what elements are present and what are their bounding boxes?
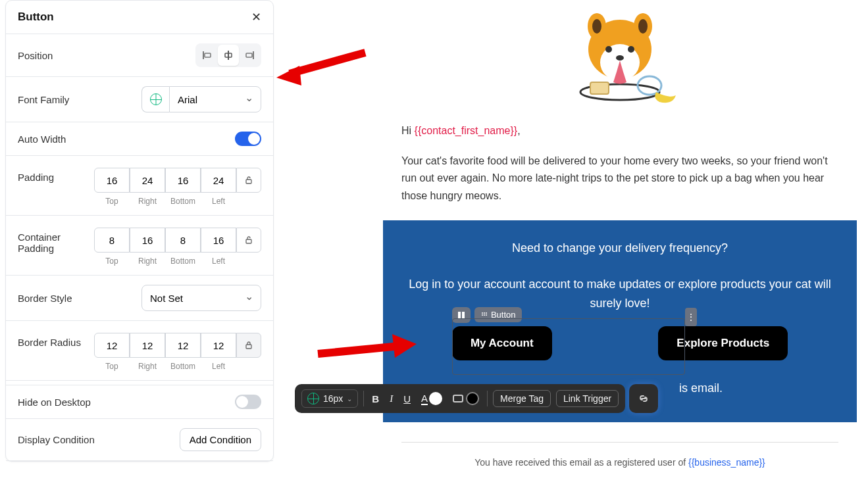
svg-rect-19 xyxy=(590,82,609,94)
border-style-row: Border Style xyxy=(6,276,273,321)
container-padding-bottom-input[interactable] xyxy=(165,228,201,253)
font-family-group xyxy=(141,86,261,112)
border-radius-right-input[interactable] xyxy=(130,333,165,358)
selection-outline: ⋮ xyxy=(452,318,685,375)
border-radius-left-input[interactable] xyxy=(201,333,236,358)
svg-point-15 xyxy=(638,19,648,34)
font-size-selector[interactable]: 16px ⌄ xyxy=(301,389,358,408)
link-trigger-button[interactable]: Link Trigger xyxy=(556,390,619,407)
body-paragraph: Your cat's favorite food will be deliver… xyxy=(401,153,838,205)
padding-right-input[interactable] xyxy=(130,168,165,193)
svg-marker-29 xyxy=(276,66,301,85)
border-radius-lock-button[interactable] xyxy=(236,333,261,358)
padding-left-input[interactable] xyxy=(201,168,236,193)
border-radius-row: Border Radius Top Right Bottom Left xyxy=(6,321,273,381)
drag-icon xyxy=(481,312,488,318)
background-color-button[interactable] xyxy=(450,389,482,408)
merge-tag-button[interactable]: Merge Tag xyxy=(493,390,551,407)
padding-row: Padding Top Right Bottom Left xyxy=(6,156,273,216)
text-color-button[interactable]: A xyxy=(419,389,445,408)
svg-point-27 xyxy=(484,314,485,316)
display-condition-label: Display Condition xyxy=(18,434,95,445)
padding-lock-button[interactable] xyxy=(236,168,261,193)
button-properties-panel: Button ✕ Position Font Family Auto Width xyxy=(5,0,274,462)
underline-button[interactable]: U xyxy=(401,391,413,407)
padding-top-input[interactable] xyxy=(94,168,130,193)
merge-tag-contact-name: {{contact_first_name}} xyxy=(415,125,518,136)
close-icon[interactable]: ✕ xyxy=(251,10,261,24)
button-row: Button ⋮ My Account Explore Products xyxy=(399,326,841,360)
svg-point-16 xyxy=(605,46,612,53)
annotation-arrow-1 xyxy=(276,46,369,85)
container-padding-right-input[interactable] xyxy=(130,228,165,253)
auto-width-row: Auto Width xyxy=(6,122,273,156)
container-padding-lock-button[interactable] xyxy=(236,228,261,253)
position-segmented xyxy=(195,43,261,67)
panel-title: Button xyxy=(18,11,54,24)
add-condition-button[interactable]: Add Condition xyxy=(180,428,261,451)
svg-point-14 xyxy=(592,19,601,34)
border-radius-bottom-input[interactable] xyxy=(165,333,201,358)
container-padding-row: Container Padding Top Right Bottom Left xyxy=(6,216,273,276)
lock-icon xyxy=(244,341,253,350)
svg-rect-4 xyxy=(253,51,254,59)
svg-rect-21 xyxy=(458,312,461,318)
border-style-label: Border Style xyxy=(18,293,72,304)
color-swatch-icon xyxy=(429,392,442,405)
svg-rect-8 xyxy=(246,345,251,349)
globe-icon xyxy=(307,393,319,404)
more-options-handle[interactable]: ⋮ xyxy=(685,308,697,326)
container-padding-label: Container Padding xyxy=(18,225,94,254)
font-globe-button[interactable] xyxy=(141,86,169,112)
svg-point-26 xyxy=(482,314,483,316)
chevron-down-icon: ⌄ xyxy=(347,395,352,403)
padding-bottom-input[interactable] xyxy=(165,168,201,193)
svg-rect-5 xyxy=(246,53,252,57)
align-left-icon xyxy=(202,50,213,61)
svg-rect-7 xyxy=(246,239,251,243)
globe-icon xyxy=(150,93,162,105)
svg-rect-1 xyxy=(205,53,211,57)
divider xyxy=(401,442,838,443)
svg-rect-0 xyxy=(203,51,204,59)
hide-desktop-label: Hide on Desktop xyxy=(18,397,91,408)
border-style-select[interactable] xyxy=(141,285,261,311)
font-family-select[interactable] xyxy=(169,86,261,112)
align-right-icon xyxy=(244,50,255,61)
auto-width-label: Auto Width xyxy=(18,134,66,145)
svg-rect-22 xyxy=(462,312,465,318)
lock-icon xyxy=(244,176,253,185)
border-radius-label: Border Radius xyxy=(18,330,94,348)
font-family-label: Font Family xyxy=(18,94,69,105)
greeting-line: Hi {{contact_first_name}}, xyxy=(401,125,857,137)
font-family-row: Font Family xyxy=(6,77,273,122)
italic-button[interactable]: I xyxy=(387,391,396,407)
rect-icon xyxy=(453,395,463,403)
svg-point-17 xyxy=(628,46,634,53)
bold-button[interactable]: B xyxy=(369,391,382,407)
display-condition-row: Display Condition Add Condition xyxy=(6,419,273,461)
align-center-button[interactable] xyxy=(218,45,239,66)
border-radius-top-input[interactable] xyxy=(94,333,130,358)
hide-desktop-toggle[interactable] xyxy=(235,395,261,409)
padding-label: Padding xyxy=(18,165,94,183)
cta-heading: Need to change your delivery frequency? xyxy=(399,239,841,258)
annotation-arrow-2 xyxy=(315,328,420,367)
align-left-button[interactable] xyxy=(197,45,218,66)
svg-point-24 xyxy=(484,312,485,314)
position-row: Position xyxy=(6,34,273,77)
link-button[interactable] xyxy=(629,384,658,413)
align-right-button[interactable] xyxy=(239,45,260,66)
footer-text: You have received this email as a regist… xyxy=(383,457,857,468)
svg-point-28 xyxy=(486,314,487,316)
hide-desktop-row: Hide on Desktop xyxy=(6,385,273,419)
svg-rect-6 xyxy=(246,180,251,183)
merge-tag-business-name: {{business_name}} xyxy=(688,457,765,468)
container-padding-left-input[interactable] xyxy=(201,228,236,253)
svg-point-18 xyxy=(616,55,624,61)
svg-rect-2 xyxy=(228,51,229,60)
svg-point-23 xyxy=(482,312,483,314)
auto-width-toggle[interactable] xyxy=(235,132,261,146)
container-padding-top-input[interactable] xyxy=(94,228,130,253)
panel-header: Button ✕ xyxy=(6,1,273,34)
